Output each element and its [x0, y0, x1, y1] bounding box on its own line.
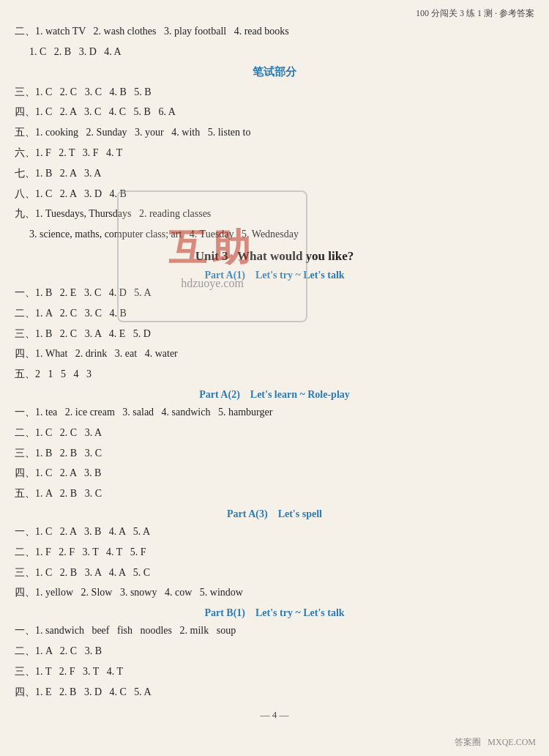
partA1-section: 一、1. B 2. E 3. C 4. D 5. A 二、1. A 2. C 3…	[15, 284, 534, 383]
a3-er-line: 二、1. F 2. F 3. T 4. T 5. F	[15, 544, 534, 561]
b1-er-line: 二、1. A 2. C 3. B	[15, 642, 534, 660]
si-line: 四、1. C 2. A 3. C 4. C 5. B 6. A	[15, 103, 534, 121]
a2-san-line: 三、1. B 2. B 3. C	[15, 445, 534, 462]
a1-yi-line: 一、1. B 2. E 3. C 4. D 5. A	[15, 284, 534, 302]
san-line: 三、1. C 2. C 3. C 4. B 5. B	[15, 84, 534, 101]
er-line-1: 二、1. watch TV 2. wash clothes 3. play fo…	[15, 23, 534, 40]
partA3-heading: Part A(3) Let's spell	[15, 508, 534, 520]
b1-yi-line: 一、1. sandwich beef fish noodles 2. milk …	[15, 622, 534, 640]
bishi-heading: 笔试部分	[15, 65, 534, 79]
a2-si-line: 四、1. C 2. A 3. B	[15, 464, 534, 482]
a3-yi-line: 一、1. C 2. A 3. B 4. A 5. A	[15, 523, 534, 541]
san-liu-section: 三、1. C 2. C 3. C 4. B 5. B 四、1. C 2. A 3…	[15, 84, 534, 243]
page-number: — 4 —	[15, 709, 534, 721]
jiu-line-1: 九、1. Tuesdays, Thursdays 2. reading clas…	[15, 205, 534, 223]
partA3-section: 一、1. C 2. A 3. B 4. A 5. A 二、1. F 2. F 3…	[15, 523, 534, 601]
qi-line: 七、1. B 2. A 3. A	[15, 165, 534, 182]
a1-er-line: 二、1. A 2. C 3. C 4. B	[15, 305, 534, 322]
partA2-heading: Part A(2) Let's learn ~ Role-play	[15, 389, 534, 401]
a1-san-line: 三、1. B 2. C 3. A 4. E 5. D	[15, 325, 534, 343]
jiu-line-2: 3. science, maths, computer class; art 4…	[15, 226, 534, 243]
unit3-heading: Unit 3 What would you like?	[15, 249, 534, 264]
liu-line: 六、1. F 2. T 3. F 4. T	[15, 144, 534, 162]
partA2-section: 一、1. tea 2. ice cream 3. salad 4. sandwi…	[15, 404, 534, 503]
a3-si-line: 四、1. yellow 2. Slow 3. snowy 4. cow 5. w…	[15, 584, 534, 601]
er-line-2: 1. C 2. B 3. D 4. A	[15, 43, 534, 61]
bottom-right-label: 答案圈 MXQE.COM	[455, 736, 536, 749]
partB1-heading: Part B(1) Let's try ~ Let's talk	[15, 607, 534, 619]
a2-yi-line: 一、1. tea 2. ice cream 3. salad 4. sandwi…	[15, 404, 534, 421]
ba-line: 八、1. C 2. A 3. D 4. B	[15, 185, 534, 203]
a3-san-line: 三、1. C 2. B 3. A 4. A 5. C	[15, 564, 534, 582]
a2-er-line: 二、1. C 2. C 3. A	[15, 424, 534, 442]
a2-wu-line: 五、1. A 2. B 3. C	[15, 485, 534, 503]
a1-wu-line: 五、2 1 5 4 3	[15, 366, 534, 383]
top-right-label: 100 分闯关 3 练 1 测 · 参考答案	[15, 7, 534, 20]
a1-si-line: 四、1. What 2. drink 3. eat 4. water	[15, 345, 534, 363]
er-section: 二、1. watch TV 2. wash clothes 3. play fo…	[15, 23, 534, 61]
b1-san-line: 三、1. T 2. F 3. T 4. T	[15, 663, 534, 681]
b1-si-line: 四、1. E 2. B 3. D 4. C 5. A	[15, 683, 534, 701]
partB1-section: 一、1. sandwich beef fish noodles 2. milk …	[15, 622, 534, 700]
wu-line: 五、1. cooking 2. Sunday 3. your 4. with 5…	[15, 124, 534, 141]
partA1-heading: Part A(1) Let's try ~ Let's talk	[15, 270, 534, 281]
